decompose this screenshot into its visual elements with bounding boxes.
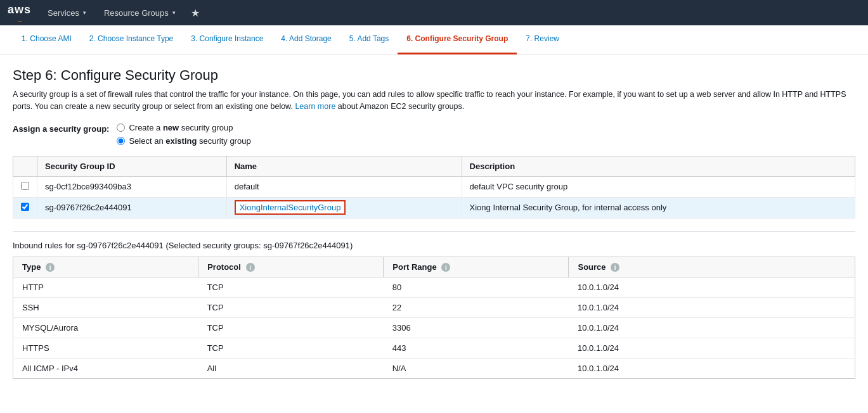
rule-protocol: All — [198, 359, 384, 379]
assign-label: Assign a security group: — [13, 123, 109, 134]
rule-port-range: 22 — [384, 298, 569, 318]
logo-smile: ⎯ — [8, 15, 31, 22]
rule-protocol: TCP — [198, 318, 384, 338]
rule-protocol: TCP — [198, 298, 384, 318]
sg-row2-checkbox[interactable] — [13, 197, 37, 218]
resource-groups-chevron-icon: ▾ — [172, 10, 176, 16]
step-add-tags[interactable]: 5. Add Tags — [340, 25, 398, 54]
sg-row2-checkbox-input[interactable] — [21, 203, 29, 211]
rule-source: 10.0.1.0/24 — [569, 318, 855, 338]
sg-table-body: sg-0cf12bce993409ba3 default default VPC… — [13, 176, 855, 218]
services-chevron-icon: ▾ — [83, 10, 86, 16]
sg-row-checkbox[interactable] — [13, 176, 37, 197]
rule-type: SSH — [13, 298, 198, 318]
sg-table-header: Security Group ID Name Description — [13, 156, 855, 176]
rule-protocol: TCP — [198, 338, 384, 359]
rule-source: 10.0.1.0/24 — [569, 277, 855, 298]
rule-port-range: 443 — [384, 338, 569, 359]
rule-port-range: N/A — [384, 359, 569, 379]
radio-create-new[interactable]: Create a new security group — [117, 123, 250, 132]
step-review[interactable]: 7. Review — [517, 25, 568, 54]
sg-row-name: default — [226, 176, 462, 197]
table-row: SSH TCP 22 10.0.1.0/24 — [13, 298, 855, 318]
assign-row: Assign a security group: Create a new se… — [13, 123, 855, 146]
logo-text: aws — [8, 3, 31, 16]
sg-col-id: Security Group ID — [37, 156, 227, 176]
step-add-storage[interactable]: 4. Add Storage — [272, 25, 340, 54]
rules-col-protocol: Protocol i — [198, 257, 384, 277]
top-navigation: aws ⎯ Services ▾ Resource Groups ▾ ★ — [0, 0, 868, 25]
sg-row-desc: default VPC security group — [462, 176, 855, 197]
sg-col-checkbox — [13, 156, 37, 176]
aws-logo[interactable]: aws ⎯ — [8, 3, 31, 22]
sg-col-desc: Description — [462, 156, 855, 176]
rule-type: All ICMP - IPv4 — [13, 359, 198, 379]
security-group-table: Security Group ID Name Description sg-0c… — [13, 156, 855, 219]
rule-type: MYSQL/Aurora — [13, 318, 198, 338]
step-configure-security-group[interactable]: 6. Configure Security Group — [398, 25, 517, 54]
sg-row2-id: sg-09767f26c2e444091 — [37, 197, 227, 218]
inbound-rules-header: Inbound rules for sg-09767f26c2e444091 (… — [13, 231, 855, 250]
radio-existing-label: Select an existing security group — [129, 136, 250, 146]
rule-protocol: TCP — [198, 277, 384, 298]
page-title: Step 6: Configure Security Group — [13, 67, 855, 84]
resource-groups-menu[interactable]: Resource Groups ▾ — [98, 0, 182, 25]
description-text-2: about Amazon EC2 security groups. — [338, 102, 464, 111]
inbound-rules-table: Type i Protocol i Port Range i Source i — [13, 257, 855, 379]
rules-col-source: Source i — [569, 257, 855, 277]
rule-type: HTTPS — [13, 338, 198, 359]
table-row: HTTP TCP 80 10.0.1.0/24 — [13, 277, 855, 298]
radio-existing-input[interactable] — [117, 137, 125, 145]
table-row: All ICMP - IPv4 All N/A 10.0.1.0/24 — [13, 359, 855, 379]
bookmarks-icon[interactable]: ★ — [187, 7, 204, 19]
sg-row-checkbox-input[interactable] — [21, 182, 29, 190]
resource-groups-label: Resource Groups — [104, 8, 169, 18]
rule-source: 10.0.1.0/24 — [569, 338, 855, 359]
radio-existing[interactable]: Select an existing security group — [117, 136, 250, 146]
source-info-icon[interactable]: i — [611, 263, 619, 272]
rule-port-range: 80 — [384, 277, 569, 298]
assign-security-group-section: Assign a security group: Create a new se… — [13, 123, 855, 146]
sg-row2-desc: Xiong Internal Security Group, for inter… — [462, 197, 855, 218]
rules-col-portrange: Port Range i — [384, 257, 569, 277]
wizard-steps: 1. Choose AMI 2. Choose Instance Type 3.… — [0, 25, 868, 54]
radio-create-input[interactable] — [117, 124, 125, 132]
step-choose-instance-type[interactable]: 2. Choose Instance Type — [81, 25, 183, 54]
type-info-icon[interactable]: i — [46, 263, 55, 272]
rule-source: 10.0.1.0/24 — [569, 298, 855, 318]
rules-col-type: Type i — [13, 257, 198, 277]
rule-type: HTTP — [13, 277, 198, 298]
learn-more-link[interactable]: Learn more — [295, 102, 337, 111]
rules-table-body: HTTP TCP 80 10.0.1.0/24 SSH TCP 22 10.0.… — [13, 277, 855, 379]
sg-row-id: sg-0cf12bce993409ba3 — [37, 176, 227, 197]
step-configure-instance[interactable]: 3. Configure Instance — [182, 25, 272, 54]
page-description: A security group is a set of firewall ru… — [13, 89, 855, 113]
step-choose-ami[interactable]: 1. Choose AMI — [13, 25, 81, 54]
services-menu[interactable]: Services ▾ — [41, 0, 93, 25]
services-label: Services — [48, 8, 79, 18]
radio-options: Create a new security group Select an ex… — [117, 123, 250, 146]
sg-row2-name: XiongInternalSecurityGroup — [226, 197, 462, 218]
table-row[interactable]: sg-0cf12bce993409ba3 default default VPC… — [13, 176, 855, 197]
rule-source: 10.0.1.0/24 — [569, 359, 855, 379]
main-content: Step 6: Configure Security Group A secur… — [0, 54, 868, 391]
radio-create-label: Create a new security group — [129, 123, 233, 132]
rule-port-range: 3306 — [384, 318, 569, 338]
protocol-info-icon[interactable]: i — [246, 263, 255, 272]
table-row[interactable]: sg-09767f26c2e444091 XiongInternalSecuri… — [13, 197, 855, 218]
table-row: HTTPS TCP 443 10.0.1.0/24 — [13, 338, 855, 359]
sg-col-name: Name — [226, 156, 462, 176]
rules-table-header: Type i Protocol i Port Range i Source i — [13, 257, 855, 277]
portrange-info-icon[interactable]: i — [441, 263, 450, 272]
sg-name-highlight: XiongInternalSecurityGroup — [235, 200, 346, 215]
table-row: MYSQL/Aurora TCP 3306 10.0.1.0/24 — [13, 318, 855, 338]
